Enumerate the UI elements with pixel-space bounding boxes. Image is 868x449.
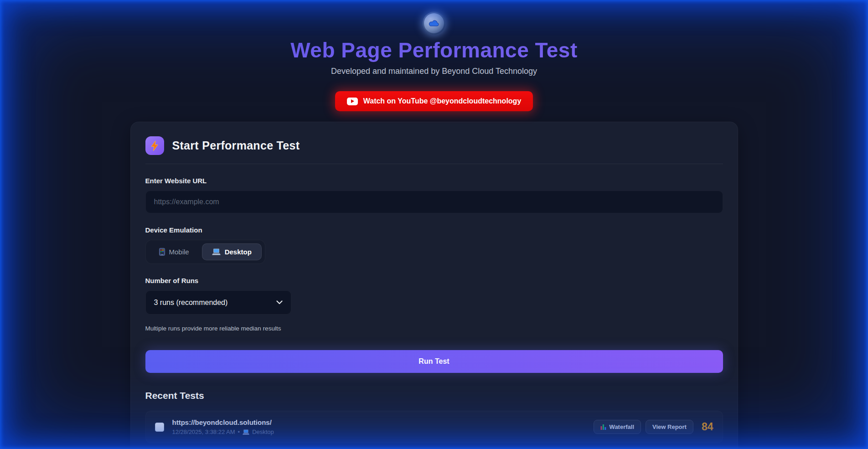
test-meta: 12/28/2025, 3:38:22 AM • Desktop <box>172 428 594 435</box>
hero-section: Web Page Performance Test Developed and … <box>0 0 868 111</box>
runs-select[interactable]: 3 runs (recommended) <box>145 290 291 315</box>
runs-helper-text: Multiple runs provide more reliable medi… <box>145 325 723 332</box>
page-subtitle: Developed and maintained by Beyond Cloud… <box>0 67 868 76</box>
url-input[interactable] <box>145 191 723 213</box>
youtube-button[interactable]: Watch on YouTube @beyondcloudtechnology <box>335 91 533 111</box>
chevron-down-icon <box>276 300 283 304</box>
beyond-cloud-logo-icon <box>423 12 445 35</box>
youtube-button-label: Watch on YouTube @beyondcloudtechnology <box>363 97 522 105</box>
performance-test-card: Start Performance Test Enter Website URL… <box>130 122 738 449</box>
runs-selected-option: 3 runs (recommended) <box>154 299 228 307</box>
view-report-button[interactable]: View Report <box>646 420 693 434</box>
waterfall-button-label: Waterfall <box>610 423 634 430</box>
cloud-glyph <box>428 19 440 27</box>
laptop-icon <box>212 248 221 255</box>
card-heading: Start Performance Test <box>172 139 300 152</box>
mobile-icon <box>159 248 165 256</box>
url-label: Enter Website URL <box>145 177 723 185</box>
card-header: Start Performance Test <box>145 136 723 155</box>
test-row-checkbox[interactable] <box>155 423 164 432</box>
runs-label: Number of Runs <box>145 277 723 284</box>
test-row-info: https://beyondcloud.solutions/ 12/28/202… <box>172 418 594 435</box>
runs-field: Number of Runs 3 runs (recommended) Mult… <box>145 277 723 332</box>
mobile-toggle-label: Mobile <box>169 248 189 256</box>
test-timestamp: 12/28/2025, 3:38:22 AM <box>172 428 235 435</box>
device-emulation-field: Device Emulation Mobile <box>145 226 723 264</box>
url-field: Enter Website URL <box>145 177 723 213</box>
laptop-icon <box>243 429 249 435</box>
test-url: https://beyondcloud.solutions/ <box>172 418 594 426</box>
youtube-play-icon <box>347 98 358 105</box>
mobile-toggle-button[interactable]: Mobile <box>149 243 199 260</box>
test-row-actions: Waterfall View Report 84 <box>594 420 713 434</box>
performance-score: 84 <box>702 421 713 433</box>
bar-chart-icon <box>600 424 606 430</box>
recent-test-row[interactable]: https://beyondcloud.solutions/ 12/28/202… <box>145 411 723 443</box>
desktop-toggle-button[interactable]: Desktop <box>202 243 262 260</box>
header-divider <box>145 164 723 164</box>
device-emulation-label: Device Emulation <box>145 226 723 234</box>
page-title: Web Page Performance Test <box>0 38 868 62</box>
waterfall-button[interactable]: Waterfall <box>594 420 641 434</box>
device-toggle-group: Mobile Desktop <box>145 240 265 264</box>
meta-separator: • <box>238 428 240 435</box>
test-device: Desktop <box>252 428 274 435</box>
run-test-button[interactable]: Run Test <box>145 350 723 373</box>
desktop-toggle-label: Desktop <box>225 248 252 256</box>
recent-tests-heading: Recent Tests <box>145 390 723 401</box>
lightning-bolt-icon <box>145 136 164 155</box>
view-report-button-label: View Report <box>652 423 687 430</box>
